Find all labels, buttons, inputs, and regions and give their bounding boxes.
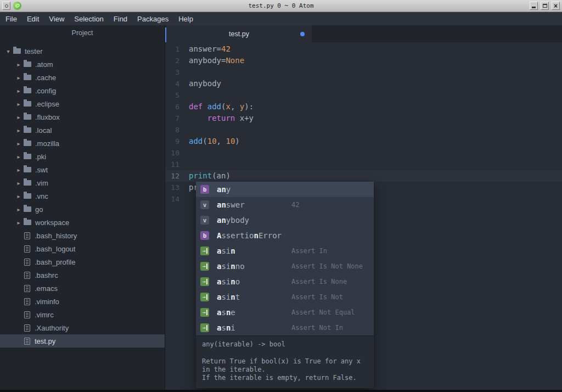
tree-item-vim[interactable]: ▸.vim — [0, 176, 165, 189]
code-line-11[interactable]: 11 — [165, 159, 562, 170]
tree-item-go[interactable]: ▸go — [0, 203, 165, 216]
line-number: 4 — [165, 80, 189, 88]
tree-item-bash-logout[interactable]: .bash_logout — [0, 242, 165, 255]
file-icon — [24, 245, 30, 253]
suggestion-description: Assert Is None — [291, 278, 347, 285]
tree-item-pki[interactable]: ▸.pki — [0, 150, 165, 163]
code-line-12[interactable]: 12print(an) — [165, 170, 562, 182]
line-number: 11 — [165, 160, 189, 169]
suggestion-asint[interactable]: →asintAssert Is Not — [196, 289, 374, 305]
chevron-right-icon: ▸ — [15, 88, 23, 94]
snippet-icon: → — [200, 293, 209, 301]
tree-item-workspace[interactable]: ▸workspace — [0, 216, 165, 229]
tree-item-eclipse[interactable]: ▸.eclipse — [0, 97, 165, 110]
folder-icon — [24, 141, 31, 146]
folder-icon — [24, 193, 31, 199]
tree-item-vimrc[interactable]: .vimrc — [0, 308, 165, 321]
tree-item-label: .bash_history — [35, 232, 77, 240]
tree-item-mozilla[interactable]: ▸.mozilla — [0, 137, 165, 150]
suggestion-asni[interactable]: →asniAssert Not In — [196, 320, 374, 335]
main-area: Project ▾tester▸.atom▸.cache▸.config▸.ec… — [0, 25, 562, 390]
suggestion-any[interactable]: bany — [196, 182, 374, 197]
suggestion-assertionerror[interactable]: bAssertionError — [196, 228, 374, 243]
tree-item-vnc[interactable]: ▸.vnc — [0, 189, 165, 203]
tree-item-bashrc[interactable]: .bashrc — [0, 268, 165, 282]
suggestion-anybody[interactable]: vanybody — [196, 212, 374, 228]
suggestion-asino[interactable]: →asinoAssert Is None — [196, 274, 374, 289]
suggestion-word: asint — [217, 293, 291, 301]
code-line-4[interactable]: 4anybody — [165, 78, 562, 89]
tree-item-label: .local — [35, 126, 52, 135]
minimize-icon — [532, 7, 536, 8]
atom-logo-icon — [13, 2, 21, 10]
tree-item-emacs[interactable]: .emacs — [0, 282, 165, 295]
suggestion-description: Assert Not Equal — [291, 309, 355, 316]
menu-help[interactable]: Help — [173, 13, 198, 25]
folder-icon — [24, 127, 31, 133]
folder-icon — [24, 88, 31, 93]
code-line-2[interactable]: 2anybody=None — [165, 55, 562, 66]
code-line-5[interactable]: 5 — [165, 89, 562, 101]
line-number: 6 — [165, 103, 189, 111]
line-number: 7 — [165, 114, 189, 122]
modified-dot-icon[interactable] — [300, 32, 305, 36]
code-line-6[interactable]: 6def add(x, y): — [165, 101, 562, 113]
tree-item-config[interactable]: ▸.config — [0, 84, 165, 97]
menu-find[interactable]: Find — [109, 13, 132, 25]
line-number: 8 — [165, 126, 189, 134]
suggestion-asinno[interactable]: →asinnoAssert Is Not None — [196, 259, 374, 274]
suggestion-description: Assert Is Not None — [291, 262, 363, 270]
menu-view[interactable]: View — [44, 13, 69, 25]
tree-item-label: go — [35, 205, 43, 214]
menu-selection[interactable]: Selection — [69, 13, 108, 25]
minimize-button[interactable] — [530, 2, 538, 10]
snippet-icon: → — [200, 262, 209, 271]
tree-item-fluxbox[interactable]: ▸.fluxbox — [0, 110, 165, 124]
tree-item-cache[interactable]: ▸.cache — [0, 71, 165, 84]
menu-file[interactable]: File — [1, 13, 22, 25]
code-line-10[interactable]: 10 — [165, 147, 562, 159]
tree-item-bash-profile[interactable]: .bash_profile — [0, 255, 165, 268]
code-text: print(an) — [189, 170, 231, 182]
chevron-right-icon: ▸ — [15, 101, 23, 107]
chevron-right-icon: ▸ — [15, 141, 23, 147]
suggestion-word: asne — [217, 308, 291, 317]
suggestion-asne[interactable]: →asneAssert Not Equal — [196, 305, 374, 320]
suggestion-description: Assert In — [291, 247, 327, 255]
close-button[interactable]: × — [552, 2, 560, 10]
code-line-3[interactable]: 3 — [165, 66, 562, 78]
line-number: 5 — [165, 91, 189, 99]
tree-item-viminfo[interactable]: .viminfo — [0, 295, 165, 308]
code-line-8[interactable]: 8 — [165, 124, 562, 136]
text-editor[interactable]: 1answer=422anybody=None34anybody56def ad… — [165, 42, 562, 390]
suggestion-description: 42 — [291, 201, 299, 209]
maximize-button[interactable] — [541, 2, 549, 10]
code-line-7[interactable]: 7 return x+y — [165, 113, 562, 124]
code-line-1[interactable]: 1answer=42 — [165, 43, 562, 55]
tree-item-label: .fluxbox — [35, 113, 60, 121]
tree-item-bash-history[interactable]: .bash_history — [0, 229, 165, 242]
tree-item-local[interactable]: ▸.local — [0, 124, 165, 137]
tree-item-test-py[interactable]: test.py — [0, 334, 165, 348]
window-menu-button[interactable] — [2, 2, 10, 10]
tree-item-xauthority[interactable]: .Xauthority — [0, 321, 165, 334]
tree-item-tester[interactable]: ▾tester — [0, 44, 165, 58]
folder-icon — [24, 75, 31, 80]
suggestion-word: answer — [217, 200, 291, 209]
tab-testpy[interactable]: test.py — [166, 25, 312, 42]
folder-icon — [24, 61, 31, 67]
menu-edit[interactable]: Edit — [22, 13, 44, 25]
chevron-right-icon: ▸ — [15, 167, 23, 173]
titlebar: test.py 0 ~ 0 Atom × — [0, 0, 562, 12]
menu-packages[interactable]: Packages — [132, 13, 173, 25]
tree-item-swt[interactable]: ▸.swt — [0, 163, 165, 176]
tree-item-label: .bash_profile — [35, 258, 75, 266]
line-number: 2 — [165, 57, 189, 65]
suggestion-asin[interactable]: →asinAssert In — [196, 243, 374, 259]
suggestion-word: any — [217, 185, 291, 194]
tree-item-atom[interactable]: ▸.atom — [0, 58, 165, 71]
suggestion-answer[interactable]: vanswer42 — [196, 197, 374, 212]
file-icon — [24, 272, 30, 279]
code-line-9[interactable]: 9add(10, 10) — [165, 136, 562, 147]
suggestion-word: AssertionError — [217, 231, 291, 240]
